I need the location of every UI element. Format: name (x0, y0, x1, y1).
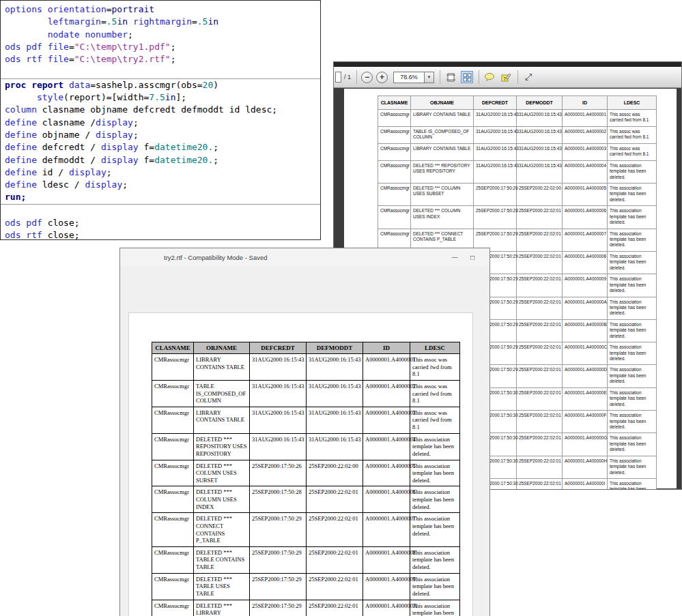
page-number-input[interactable] (335, 72, 341, 83)
code-token: portrait (112, 4, 155, 14)
code-token: pdf (26, 218, 47, 228)
code-line: run; (5, 191, 320, 203)
table-cell: DELETED *** REPOSITORY USES REPOSITORY (194, 433, 250, 460)
table-cell: 31AUG2000:16:15:43 (474, 160, 517, 183)
table-cell: TABLE IS_COMPOSED_OF COLUMN (194, 380, 250, 407)
multi-page-view-icon[interactable] (461, 71, 473, 83)
table-cell: A0000001.A4000008 (563, 251, 608, 274)
code-token: ; (171, 54, 176, 64)
table-cell: This association template has been delet… (608, 229, 657, 251)
table-cell: This association template has been delet… (608, 456, 657, 478)
table-cell: This assoc was carried fwd from 8.1 (608, 110, 657, 127)
code-token: column (5, 104, 42, 115)
code-token: close (48, 218, 74, 228)
table-row: CMRassocmgrLIBRARY CONTAINS TABLE31AUG20… (378, 110, 657, 127)
minimize-button[interactable]: — (447, 248, 462, 266)
column-header: DEFMODDT (307, 342, 363, 354)
table-cell: A0000001.A400000B (563, 319, 608, 342)
table-cell: CMRassocmgr (152, 407, 194, 433)
zoom-out-button[interactable]: − (361, 72, 373, 83)
code-token: defcredt / (42, 142, 101, 152)
table-cell: This association template has been delet… (608, 183, 657, 205)
table-cell: A0000001.A4000005 (563, 183, 608, 205)
table-cell: DELETED *** LIBRARY CONTAINS (194, 600, 250, 616)
table-cell: DELETED *** TABLE USES TABLE (194, 573, 250, 600)
rtf-window-title: try2.rtf - Compatibility Mode - Saved (164, 254, 268, 261)
table-cell: 31AUG2000:16:15:43 (250, 380, 307, 407)
table-cell: A0000001.A4000002 (363, 380, 410, 407)
code-token: define (5, 130, 42, 140)
code-token: options (5, 4, 48, 14)
table-cell: This association template has been delet… (608, 387, 657, 410)
code-line (1, 204, 320, 217)
table-cell: DELETED *** COLUMN USES SUBSET (411, 183, 474, 205)
table-cell: CMRassocmgr (152, 433, 194, 460)
code-token: defmoddt / (42, 155, 101, 165)
table-cell: LIBRARY CONTAINS TABLE (194, 407, 250, 433)
table-cell: This association template has been delet… (410, 546, 460, 573)
pdf-titlebar (334, 62, 681, 67)
table-row: CMRassocmgrLIBRARY CONTAINS TABLE31AUG20… (152, 407, 460, 433)
table-row: CMRassocmgrDELETED *** REPOSITORY USES R… (152, 433, 460, 460)
table-cell: 25SEP2000:17:50:29 (250, 573, 307, 600)
code-line: define clasname /display; (5, 117, 320, 129)
maximize-button[interactable]: □ (465, 248, 480, 266)
code-token: datetime20. (154, 142, 213, 152)
table-cell: 25SEP2000:17:50:26 (474, 183, 517, 205)
zoom-in-button[interactable]: + (376, 72, 388, 83)
table-cell: LIBRARY CONTAINS TABLE (194, 354, 250, 381)
column-header: OBJNAME (194, 342, 250, 354)
sas-code-lines[interactable]: options orientation=portrait leftmargin=… (5, 3, 320, 240)
code-line: define defmoddt / display f=datetime20.; (5, 154, 320, 166)
code-line: define objname / display; (5, 129, 320, 141)
code-token: display (85, 179, 122, 190)
column-header: ID (563, 96, 608, 110)
table-cell: This association template has been delet… (608, 433, 657, 456)
table-cell: This association template has been delet… (410, 513, 460, 547)
code-line: style(report)=[width=7.5in]; (5, 91, 320, 104)
code-token: clasname / (42, 117, 96, 128)
code-line: options orientation=portrait (5, 3, 320, 16)
page-total-label: / 1 (344, 74, 351, 80)
code-token: define (5, 155, 42, 165)
code-token: ; (171, 42, 176, 52)
table-cell: A0000001.A4000007 (563, 229, 608, 251)
table-cell: 31AUG2000:16:15:43 (474, 143, 517, 160)
toolbar-separator (517, 70, 518, 84)
table-cell: A0000001.A4000005 (363, 460, 410, 486)
fullscreen-icon[interactable]: ⤢ (522, 71, 535, 83)
table-cell: 25SEP2000:22:02:01 (517, 456, 563, 478)
scroll-mode-icon[interactable] (444, 71, 457, 83)
code-token: = (192, 16, 197, 27)
table-cell: 25SEP2000:22:02:00 (517, 183, 563, 205)
code-token: rightmargin (133, 16, 192, 27)
zoom-level-dropdown-arrow[interactable]: ▼ (425, 72, 434, 83)
code-line: leftmargin=.5in rightmargin=.5in (5, 16, 320, 28)
column-header: DEFMODDT (517, 96, 563, 110)
column-header: LDESC (410, 342, 460, 354)
table-cell: DELETED *** REPOSITORY USES REPOSITORY (411, 160, 474, 183)
code-token: ; (74, 218, 80, 228)
code-line: proc report data=sashelp.asscmgr(obs=20) (1, 78, 320, 91)
code-token: clasname objname defcredt defmoddt id ld… (42, 104, 277, 115)
table-cell: 25SEP2000:17:50:28 (474, 206, 517, 229)
table-cell: CMRassocmgr (152, 513, 194, 547)
code-token: ) (213, 80, 218, 90)
table-cell: 25SEP2000:22:02:01 (517, 251, 563, 274)
table-cell: 25SEP2000:22:02:01 (517, 274, 563, 297)
column-header: CLASNAME (152, 342, 194, 354)
highlight-icon[interactable]: T (500, 71, 512, 83)
table-cell: A0000001.A4000003 (363, 407, 410, 433)
code-token: .5 (106, 16, 117, 27)
table-cell: 25SEP2000:17:50:29 (250, 513, 307, 547)
code-token: .5 (197, 16, 208, 27)
code-token: sashelp.asscmgr(obs= (96, 80, 203, 90)
table-cell: A0000001.A4000006 (563, 206, 608, 229)
code-token (5, 29, 48, 40)
table-cell: 31AUG2000:16:15:43 (517, 126, 563, 143)
comment-icon[interactable] (483, 71, 496, 83)
zoom-level-value[interactable]: 78.6% (393, 72, 425, 83)
code-token: ; (106, 167, 112, 177)
table-cell: This association template has been delet… (608, 319, 657, 342)
table-cell: A0000001.A4000002 (563, 126, 608, 143)
